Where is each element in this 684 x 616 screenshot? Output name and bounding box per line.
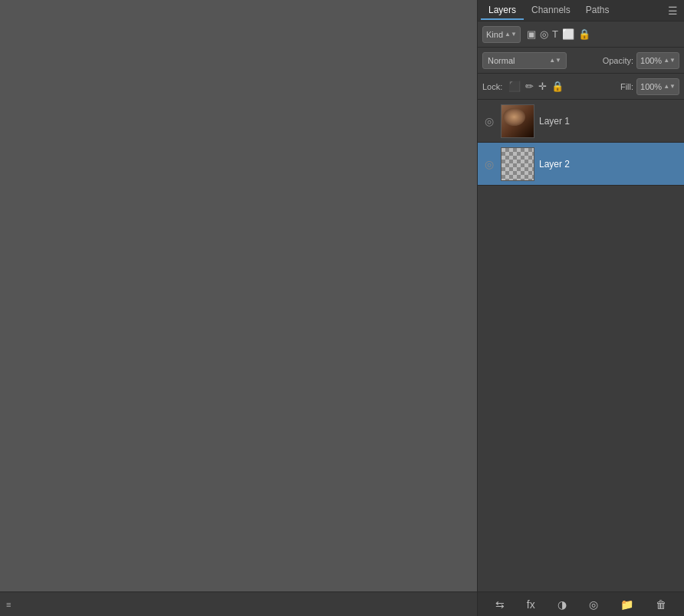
layer-name: Layer 2 <box>539 159 679 170</box>
opacity-input[interactable]: 100% ▲▼ <box>636 52 679 69</box>
fill-input[interactable]: 100% ▲▼ <box>636 78 679 95</box>
layers-list: ◎ Layer 1 ◎ Layer 2 <box>478 100 684 591</box>
blend-mode-select[interactable]: Normal ▲▼ <box>482 52 567 69</box>
lock-move-icon[interactable]: ✛ <box>538 81 547 92</box>
smart-filter-icon[interactable]: 🔒 <box>578 28 590 40</box>
trash-icon[interactable]: 🗑 <box>653 597 669 612</box>
canvas-bottom-icon: ≡ <box>6 600 11 609</box>
lock-row: Lock: ⬛ ✏ ✛ 🔒 Fill: 100% ▲▼ <box>478 74 684 100</box>
link-icon[interactable]: ⇆ <box>492 597 508 612</box>
type-filter-icon[interactable]: T <box>552 28 558 40</box>
fill-arrow-icon: ▲▼ <box>663 83 676 90</box>
adjustment-filter-icon[interactable]: ◎ <box>540 28 548 40</box>
fill-label: Fill: <box>620 82 633 91</box>
fill-value-text: 100% <box>640 82 662 91</box>
shape-filter-icon[interactable]: ⬜ <box>562 28 574 40</box>
filter-row: Kind ▲▼ ▣ ◎ T ⬜ 🔒 <box>478 21 684 48</box>
opacity-arrow-icon: ▲▼ <box>663 57 676 64</box>
layers-panel: Layers Channels Paths ☰ Kind ▲▼ ▣ ◎ T ⬜ … <box>477 0 684 616</box>
opacity-group: Opacity: 100% ▲▼ <box>603 52 679 69</box>
layer-thumbnail <box>501 147 534 181</box>
bottom-toolbar: ⇆ fx ◑ ◎ 📁 🗑 <box>478 591 684 616</box>
kind-label: Kind <box>486 30 503 39</box>
layer-visibility-icon[interactable]: ◎ <box>482 158 496 170</box>
tab-paths[interactable]: Paths <box>578 2 617 20</box>
layer-visibility-icon[interactable]: ◎ <box>482 115 496 127</box>
tab-layers[interactable]: Layers <box>481 2 524 20</box>
blend-row: Normal ▲▼ Opacity: 100% ▲▼ <box>478 48 684 74</box>
fx-icon[interactable]: fx <box>524 597 538 612</box>
lock-position-icon[interactable]: ✏ <box>525 81 534 92</box>
blend-arrow-icon: ▲▼ <box>549 57 561 64</box>
lock-icons: ⬛ ✏ ✛ 🔒 <box>508 81 564 92</box>
kind-select[interactable]: Kind ▲▼ <box>482 26 521 43</box>
adjustment-icon[interactable]: ◑ <box>554 597 570 612</box>
layer-thumbnail <box>501 104 534 138</box>
filter-icons: ▣ ◎ T ⬜ 🔒 <box>527 28 590 40</box>
canvas-area: ≡ <box>0 0 477 616</box>
gray-workspace <box>0 0 477 591</box>
pixel-filter-icon[interactable]: ▣ <box>527 28 536 40</box>
lock-all-icon[interactable]: 🔒 <box>551 81 564 92</box>
tabs-row: Layers Channels Paths ☰ <box>478 0 684 21</box>
shape-icon[interactable]: ◎ <box>586 597 601 612</box>
opacity-value-text: 100% <box>640 56 662 65</box>
panel-menu-icon[interactable]: ☰ <box>665 5 681 17</box>
canvas-wrapper <box>0 0 477 591</box>
blend-mode-value: Normal <box>488 56 515 65</box>
lock-pixels-icon[interactable]: ⬛ <box>508 81 521 92</box>
layer-name: Layer 1 <box>539 116 679 127</box>
layer-item[interactable]: ◎ Layer 2 <box>478 143 684 186</box>
fill-group: Fill: 100% ▲▼ <box>620 78 679 95</box>
folder-icon[interactable]: 📁 <box>617 597 636 612</box>
layer-item[interactable]: ◎ Layer 1 <box>478 100 684 143</box>
lock-label: Lock: <box>482 82 502 91</box>
kind-arrow-icon: ▲▼ <box>505 31 517 38</box>
tab-channels[interactable]: Channels <box>524 2 578 20</box>
opacity-label: Opacity: <box>603 56 633 65</box>
canvas-bottom-bar: ≡ <box>0 591 477 616</box>
